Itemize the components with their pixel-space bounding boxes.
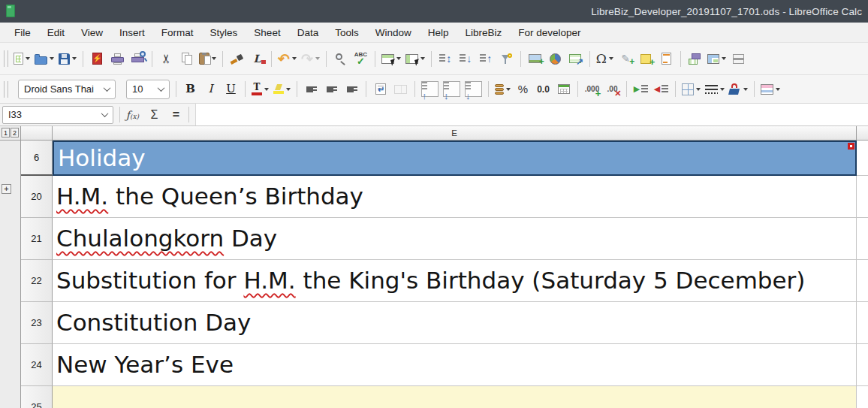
- sum-button[interactable]: Σ: [145, 104, 164, 125]
- highlighting-button[interactable]: [272, 79, 292, 99]
- insert-comment-button[interactable]: +: [637, 49, 656, 69]
- menu-file[interactable]: File: [6, 23, 39, 42]
- find-replace-button[interactable]: [331, 49, 350, 69]
- row-header-21[interactable]: 21: [21, 218, 53, 260]
- border-color-button[interactable]: [728, 79, 749, 99]
- sort-button[interactable]: ↕: [436, 49, 455, 69]
- clear-formatting-button[interactable]: L: [248, 49, 267, 69]
- sort-descending-button[interactable]: ↓: [457, 49, 475, 69]
- spelling-button[interactable]: ABC✓: [351, 49, 370, 69]
- sort-ascending-button[interactable]: ↑: [477, 49, 496, 69]
- export-pdf-button[interactable]: ⚡: [88, 49, 107, 69]
- conditional-formatting-button[interactable]: [759, 79, 782, 99]
- dropdown-arrow-icon[interactable]: [286, 88, 291, 91]
- dropdown-arrow-icon[interactable]: [720, 88, 725, 91]
- dropdown-arrow-icon[interactable]: [72, 57, 77, 60]
- cell-E22[interactable]: Substitution for H.M. the King's Birthda…: [53, 260, 857, 302]
- insert-hyperlink-button[interactable]: ✎+: [616, 49, 635, 69]
- name-box[interactable]: I33: [2, 106, 113, 124]
- special-character-button[interactable]: Ω: [595, 49, 615, 69]
- row-header-24[interactable]: 24: [21, 344, 53, 386]
- insert-pivot-table-button[interactable]: ↗: [566, 49, 585, 69]
- decrease-indent-button[interactable]: ◀: [652, 79, 671, 99]
- center-vertically-button[interactable]: ↕: [442, 79, 462, 99]
- next-column-cell[interactable]: [857, 260, 868, 302]
- dropdown-arrow-icon[interactable]: [722, 57, 726, 60]
- cell-E6[interactable]: Holiday: [53, 141, 857, 176]
- dropdown-arrow-icon[interactable]: [609, 57, 613, 60]
- new-document-button[interactable]: [12, 49, 32, 69]
- menu-styles[interactable]: Styles: [202, 23, 246, 42]
- align-right-button[interactable]: [342, 79, 361, 99]
- cell-E25[interactable]: [53, 386, 857, 408]
- column-header-E[interactable]: E: [53, 126, 857, 141]
- column-header-next[interactable]: [857, 126, 868, 141]
- menu-tools[interactable]: Tools: [327, 23, 367, 42]
- wrap-text-button[interactable]: ↵: [371, 79, 390, 99]
- copy-button[interactable]: [177, 49, 196, 69]
- clone-formatting-button[interactable]: [228, 49, 246, 69]
- dropdown-arrow-icon[interactable]: [315, 57, 320, 60]
- number-decimal-button[interactable]: 0.0: [534, 79, 553, 99]
- undo-button[interactable]: ↶: [276, 49, 298, 69]
- autofilter-button[interactable]: [497, 49, 516, 69]
- dropdown-arrow-icon[interactable]: [743, 88, 748, 91]
- underline-button[interactable]: U: [222, 79, 240, 99]
- row-header-20[interactable]: 20: [21, 176, 53, 218]
- select-column-button[interactable]: [404, 49, 426, 69]
- border-style-button[interactable]: [704, 79, 726, 99]
- align-center-button[interactable]: [322, 79, 341, 99]
- delete-decimal-button[interactable]: .00✕: [603, 79, 622, 99]
- insert-image-button[interactable]: +: [526, 49, 544, 69]
- dropdown-arrow-icon[interactable]: [506, 88, 511, 91]
- row-header-22[interactable]: 22: [21, 260, 53, 302]
- headers-footers-button[interactable]: [657, 49, 676, 69]
- print-preview-button[interactable]: [128, 49, 147, 69]
- outline-level-2-button[interactable]: 2: [11, 128, 19, 138]
- menu-view[interactable]: View: [73, 23, 111, 42]
- menu-window[interactable]: Window: [367, 23, 420, 42]
- menu-help[interactable]: Help: [420, 23, 457, 42]
- next-column-cell[interactable]: [857, 344, 868, 386]
- dropdown-arrow-icon[interactable]: [292, 57, 297, 60]
- toolbar-grip[interactable]: [4, 81, 8, 98]
- freeze-panes-button[interactable]: [706, 49, 728, 69]
- cut-button[interactable]: ✂: [157, 49, 176, 69]
- currency-button[interactable]: [493, 79, 512, 99]
- dropdown-arrow-icon[interactable]: [26, 57, 30, 60]
- dropdown-arrow-icon[interactable]: [396, 57, 401, 60]
- cell-E20[interactable]: H.M. the Queen’s Birthday: [53, 176, 857, 218]
- row-header-23[interactable]: 23: [21, 302, 53, 344]
- menu-for-developer[interactable]: For developer: [510, 23, 589, 42]
- split-window-button[interactable]: [729, 49, 748, 69]
- insert-chart-button[interactable]: [546, 49, 565, 69]
- paste-button[interactable]: [197, 49, 218, 69]
- increase-indent-button[interactable]: ▶: [631, 79, 650, 99]
- cell-E24[interactable]: New Year’s Eve: [53, 344, 857, 386]
- menu-sheet[interactable]: Sheet: [246, 23, 288, 42]
- align-bottom-button[interactable]: ↓: [463, 79, 484, 99]
- bold-button[interactable]: B: [181, 79, 200, 99]
- align-left-button[interactable]: [302, 79, 321, 99]
- print-button[interactable]: [108, 49, 127, 69]
- function-button[interactable]: ƒ(x): [123, 104, 142, 125]
- outline-expand-button[interactable]: +: [2, 184, 11, 194]
- next-column-cell[interactable]: [857, 176, 868, 218]
- row-header-25[interactable]: 25: [21, 386, 53, 408]
- menu-edit[interactable]: Edit: [39, 23, 73, 42]
- dropdown-arrow-icon[interactable]: [696, 88, 701, 91]
- date-button[interactable]: [554, 79, 573, 99]
- row-header-6[interactable]: 6: [21, 141, 53, 176]
- print-area-button[interactable]: [686, 49, 704, 69]
- next-column-cell[interactable]: [857, 141, 868, 176]
- percent-button[interactable]: %: [514, 79, 532, 99]
- save-button[interactable]: [57, 49, 78, 69]
- borders-button[interactable]: [680, 79, 702, 99]
- font-size-combobox[interactable]: 10: [126, 80, 170, 99]
- next-column-cell[interactable]: [857, 218, 868, 260]
- menu-insert[interactable]: Insert: [111, 23, 153, 42]
- open-document-button[interactable]: [33, 49, 56, 69]
- dropdown-arrow-icon[interactable]: [264, 88, 269, 91]
- formula-input[interactable]: [195, 104, 868, 125]
- cell-E23[interactable]: Constitution Day: [53, 302, 857, 344]
